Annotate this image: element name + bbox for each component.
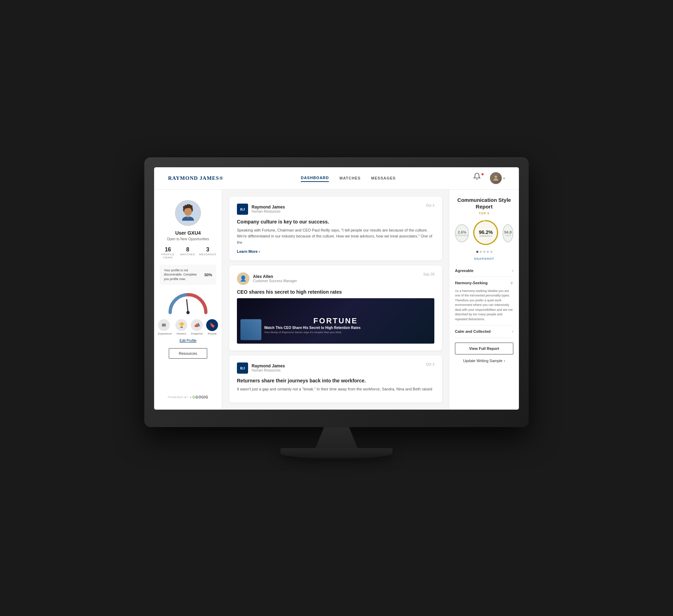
profile-gauge: [165, 290, 211, 314]
fortune-text: FORTUNE: [313, 316, 358, 325]
gogig-logo: ggogig: [193, 395, 208, 399]
trait-agreeable: Agreeable ›: [455, 265, 513, 277]
report-title: Communication Style Report: [455, 197, 513, 210]
stat-matches: 8 MATCHES: [180, 247, 195, 259]
view-full-report-button[interactable]: View Full Report: [455, 343, 513, 354]
chevron-down-icon-harmony: ∨: [510, 280, 513, 285]
trait-calm-row[interactable]: Calm and Collected ›: [455, 325, 513, 337]
dot-4[interactable]: [487, 251, 489, 253]
desires-icon-item[interactable]: 🏆 Desires: [175, 319, 187, 335]
carousel-dots: [455, 251, 513, 253]
profile-alert: Your profile is not discoverable. Comple…: [160, 265, 216, 285]
header-right: ▾: [473, 172, 505, 184]
dot-5[interactable]: [490, 251, 492, 253]
card-org-3: RJ Raymond James Human Resources: [237, 362, 285, 374]
card-image-2: Watch This CEO Share His Secret to High …: [237, 298, 434, 344]
chevron-right-icon-calm: ›: [512, 329, 513, 334]
chevron-right-icon: ›: [512, 268, 513, 273]
user-name: User GXU4: [175, 230, 201, 236]
trait-harmony: Harmony-Seeking ∨ As a Harmony-seeking I…: [455, 277, 513, 326]
trait-calm: Calm and Collected ›: [455, 325, 513, 338]
snapshot-icon-item[interactable]: 📣 Snapshot: [191, 319, 203, 335]
stat-messages: 3 MESSAGES: [199, 247, 216, 259]
score-left: 2.6% AGREEABLE: [455, 224, 469, 242]
main-content: User GXU4 Open to New Opportunities 16 P…: [154, 190, 519, 410]
trait-harmony-row[interactable]: Harmony-Seeking ∨: [455, 277, 513, 289]
rj-logo-1: RJ: [237, 204, 248, 215]
top-label: TOP 5: [455, 212, 513, 215]
user-avatar-button[interactable]: ▾: [490, 172, 505, 184]
edit-profile-link[interactable]: Edit Profile: [180, 339, 196, 343]
rj-logo-3: RJ: [237, 362, 248, 374]
trait-harmony-expanded: As a Harmony-seeking Idealist you are on…: [455, 289, 513, 325]
svg-line-3: [187, 299, 188, 312]
notification-bell[interactable]: [473, 173, 484, 184]
dot-3[interactable]: [483, 251, 485, 253]
feed-card-1: RJ Raymond James Human Resources Oct 3 C…: [229, 197, 442, 261]
card-org-1: RJ Raymond James Human Resources: [237, 204, 285, 215]
card-header-1: RJ Raymond James Human Resources Oct 3: [237, 204, 434, 215]
card-org-2: 👤 Alex Allen Customer Success Manager: [237, 272, 297, 285]
snapshot-icon: 📣: [191, 319, 203, 331]
feed: RJ Raymond James Human Resources Oct 3 C…: [222, 190, 449, 410]
reveal-icon-item[interactable]: 🔖 Reveal: [206, 319, 218, 335]
card-header-2: 👤 Alex Allen Customer Success Manager Se…: [237, 272, 434, 285]
powered-by: POWERED BY ● ggogig: [168, 395, 208, 399]
feed-card-2: 👤 Alex Allen Customer Success Manager Se…: [229, 265, 442, 351]
main-nav: DASHBOARD MATCHES MESSAGES: [301, 174, 396, 182]
right-sidebar: Communication Style Report TOP 5 2.6% AG…: [449, 190, 519, 410]
desires-icon: 🏆: [175, 319, 187, 331]
stats-row: 16 PROFILE VIEWS 8 MATCHES 3 MESSAGES: [160, 247, 216, 259]
chevron-down-icon: ▾: [503, 176, 505, 180]
reveal-icon: 🔖: [206, 319, 218, 331]
experience-icon-item[interactable]: ✉ Experience: [158, 319, 172, 335]
svg-point-4: [186, 311, 189, 314]
person-avatar-2: 👤: [237, 272, 249, 285]
logo: RAYMOND JAMES®: [168, 175, 223, 181]
notification-badge: [481, 173, 484, 176]
avatar: [490, 172, 502, 184]
user-status: Open to New Opportunities: [167, 237, 209, 241]
feed-card-3: RJ Raymond James Human Resources Oct 3 R…: [229, 355, 442, 403]
update-writing-sample-link[interactable]: Update Writing Sample: [455, 359, 513, 363]
resources-button[interactable]: Resources: [169, 348, 208, 359]
nav-matches[interactable]: MATCHES: [339, 175, 361, 182]
profile-icons: ✉ Experience 🏆 Desires 📣 Snapshot: [158, 319, 218, 335]
experience-icon: ✉: [158, 319, 170, 331]
dot-2[interactable]: [480, 251, 482, 253]
card-header-3: RJ Raymond James Human Resources Oct 3: [237, 362, 434, 374]
score-carousel: 2.6% AGREEABLE 96.2%: [455, 219, 513, 247]
left-sidebar: User GXU4 Open to New Opportunities 16 P…: [154, 190, 222, 410]
score-right: 94.8 CALM: [502, 224, 513, 242]
svg-point-0: [494, 176, 497, 178]
nav-messages[interactable]: MESSAGES: [371, 175, 396, 182]
nav-dashboard[interactable]: DASHBOARD: [301, 174, 329, 182]
trait-agreeable-row[interactable]: Agreeable ›: [455, 265, 513, 277]
profile-avatar: [175, 200, 201, 226]
dot-1[interactable]: [476, 251, 478, 253]
score-featured: 96.2% HARMONY-S: [472, 219, 499, 247]
snapshot-label: SNAPSHOT: [455, 257, 513, 261]
stat-profile-views: 16 PROFILE VIEWS: [160, 247, 176, 259]
svg-point-2: [184, 207, 192, 216]
header: RAYMOND JAMES® DASHBOARD MATCHES MESSAGE…: [154, 167, 519, 190]
